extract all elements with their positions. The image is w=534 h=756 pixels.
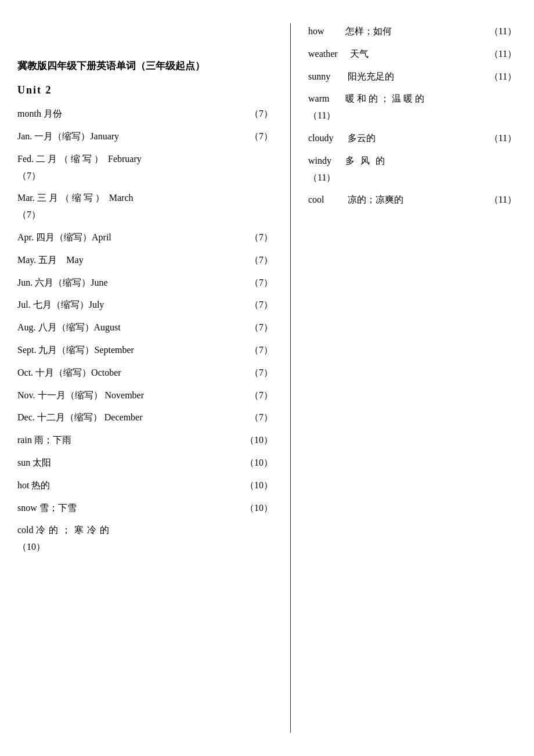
definition: 六月（缩写）June xyxy=(35,275,107,291)
entry-line: Mar. 三月（缩写） March xyxy=(17,190,273,207)
word: sun xyxy=(17,455,30,471)
word: cloudy xyxy=(308,130,343,147)
page-ref: （11） xyxy=(489,130,517,147)
definition: 七月（缩写）July xyxy=(33,297,104,314)
page-ref: （7） xyxy=(250,106,273,123)
page-title: 冀教版四年级下册英语单词（三年级起点） xyxy=(17,58,273,74)
word: hot xyxy=(17,477,29,494)
page-ref: （11） xyxy=(489,69,517,85)
word: Dec. xyxy=(17,409,35,426)
page-ref: （11） xyxy=(308,107,335,124)
page-ref: （7） xyxy=(250,229,273,246)
definition: 十一月（缩写） November xyxy=(38,387,145,404)
word: cool xyxy=(308,192,343,208)
unit-heading: Unit 2 xyxy=(17,84,273,96)
entry-line: warm 暖和的；温暖的 xyxy=(308,91,517,107)
definition: 多云的 xyxy=(348,130,486,147)
page-ref: （7） xyxy=(250,365,273,381)
page-ref: （7） xyxy=(250,387,273,404)
list-item: snow 雪；下雪 （10） xyxy=(17,500,273,517)
list-item: Fed. 二月（缩写） February （7） xyxy=(17,151,273,185)
list-item: Mar. 三月（缩写） March （7） xyxy=(17,190,273,224)
definition: 天气 xyxy=(350,46,486,63)
word: May. xyxy=(17,252,36,269)
entry-line: cloudy 多云的 （11） xyxy=(308,130,517,147)
entry-line: Fed. 二月（缩写） February xyxy=(17,151,273,168)
word: Jul. xyxy=(17,297,31,314)
word: month xyxy=(17,106,41,123)
page-ref: （7） xyxy=(250,319,273,336)
list-item: warm 暖和的；温暖的 （11） xyxy=(308,91,517,124)
word: weather xyxy=(308,46,343,63)
list-item: May. 五月 May （7） xyxy=(17,252,273,269)
word: sunny xyxy=(308,69,343,85)
page-ref: （10） xyxy=(245,432,273,449)
entry-continuation: （11） xyxy=(308,107,517,124)
word: snow xyxy=(17,500,37,517)
definition: 多风的 xyxy=(345,153,517,170)
list-item: Apr. 四月（缩写）April （7） xyxy=(17,229,273,246)
word: Jan. xyxy=(17,128,32,145)
definition: 十二月（缩写） December xyxy=(37,409,143,426)
entry-continuation: （11） xyxy=(308,170,517,186)
left-column: 冀教版四年级下册英语单词（三年级起点） Unit 2 month 月份 （7） … xyxy=(17,23,284,733)
entry-continuation: （10） xyxy=(17,539,273,556)
list-item: sun 太阳 （10） xyxy=(17,455,273,471)
page-ref: （7） xyxy=(250,275,273,291)
list-item: how 怎样；如何 （11） xyxy=(308,23,517,40)
definition: 三月（缩写） xyxy=(37,190,107,207)
page-ref: （7） xyxy=(250,342,273,359)
word: cold xyxy=(17,522,34,539)
definition: 二月（缩写） xyxy=(36,151,106,168)
entry-line: cold 冷的；寒冷的 xyxy=(17,522,273,539)
definition: 冷的；寒冷的 xyxy=(36,522,113,539)
list-item: cold 冷的；寒冷的 （10） xyxy=(17,522,273,556)
list-item: Nov. 十一月（缩写） November （7） xyxy=(17,387,273,404)
word: Mar. xyxy=(17,190,35,207)
definition: 一月（缩写）January xyxy=(34,128,119,145)
page-ref: （11） xyxy=(308,170,335,186)
entry-line: windy 多风的 xyxy=(308,153,517,170)
list-item: hot 热的 （10） xyxy=(17,477,273,494)
definition: 九月（缩写）September xyxy=(38,342,134,359)
page-ref: （7） xyxy=(17,207,41,224)
definition: 雪；下雪 xyxy=(39,500,77,517)
list-item: Oct. 十月（缩写）October （7） xyxy=(17,365,273,381)
word: windy xyxy=(308,153,343,170)
word: Oct. xyxy=(17,365,33,381)
word: how xyxy=(308,23,343,40)
page-ref: （10） xyxy=(245,477,273,494)
list-item: cool 凉的；凉爽的 （11） xyxy=(308,192,517,208)
column-divider xyxy=(290,23,291,733)
english-word: March xyxy=(109,190,134,207)
entry-continuation: （7） xyxy=(17,207,273,224)
page-ref: （10） xyxy=(17,539,45,556)
word: Fed. xyxy=(17,151,34,168)
word: Jun. xyxy=(17,275,33,291)
entry-line: how 怎样；如何 （11） xyxy=(308,23,517,40)
list-item: Jan. 一月（缩写）January （7） xyxy=(17,128,273,145)
list-item: month 月份 （7） xyxy=(17,106,273,123)
english-word: February xyxy=(108,151,142,168)
word: Aug. xyxy=(17,319,36,336)
page-ref: （7） xyxy=(250,128,273,145)
page-ref: （11） xyxy=(489,192,517,208)
definition: 热的 xyxy=(31,477,50,494)
definition: 凉的；凉爽的 xyxy=(348,192,486,208)
word: warm xyxy=(308,91,343,107)
page-ref: （10） xyxy=(245,500,273,517)
list-item: Sept. 九月（缩写）September （7） xyxy=(17,342,273,359)
english-word: May xyxy=(66,252,83,269)
word: rain xyxy=(17,432,32,449)
entry-continuation: （7） xyxy=(17,168,273,185)
definition: 阳光充足的 xyxy=(348,69,486,85)
page-ref: （11） xyxy=(489,46,517,63)
definition: 八月（缩写）August xyxy=(38,319,121,336)
list-item: windy 多风的 （11） xyxy=(308,153,517,186)
list-item: rain 雨；下雨 （10） xyxy=(17,432,273,449)
page-ref: （7） xyxy=(250,409,273,426)
list-item: Dec. 十二月（缩写） December （7） xyxy=(17,409,273,426)
definition: 太阳 xyxy=(33,455,51,471)
entry-line: cool 凉的；凉爽的 （11） xyxy=(308,192,517,208)
word: Nov. xyxy=(17,387,35,404)
